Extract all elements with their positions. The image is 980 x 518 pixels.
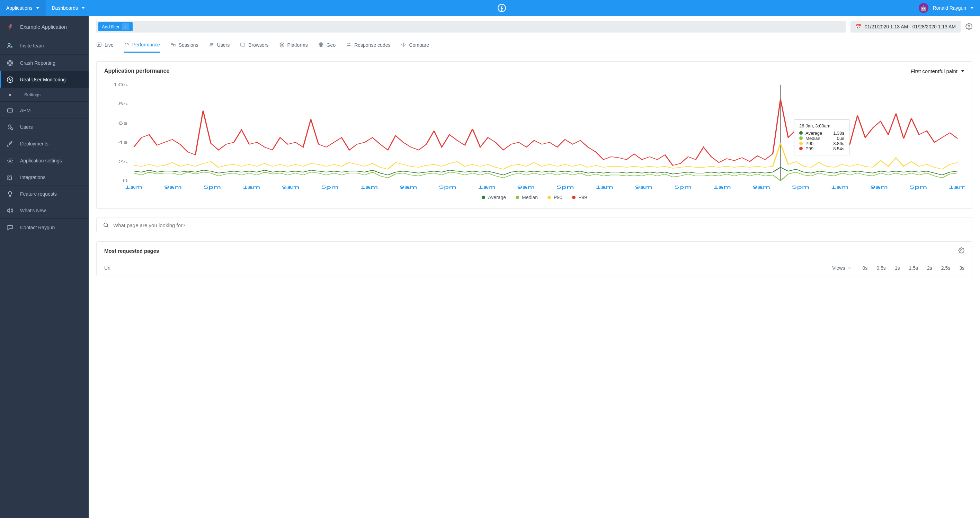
settings-gear-button[interactable] — [966, 23, 972, 31]
sidebar-item-apm[interactable]: APM — [0, 102, 89, 118]
add-filter-button[interactable]: Add filter + — [99, 22, 133, 31]
table-settings-button[interactable] — [958, 247, 964, 254]
page-search-input[interactable] — [113, 222, 966, 228]
svg-point-16 — [212, 43, 213, 44]
tab-label: Sessions — [179, 42, 199, 48]
svg-text:1am: 1am — [713, 185, 731, 190]
top-nav: Applications Dashboards 🤖 Ronald Raygun — [0, 0, 980, 16]
svg-text:9am: 9am — [517, 185, 535, 190]
sidebar-item-real-user-monitoring[interactable]: Real User Monitoring — [0, 71, 89, 87]
caret-down-icon — [961, 70, 964, 72]
sidebar-item-application-settings[interactable]: Application settings — [0, 152, 89, 168]
tab-live[interactable]: Live — [96, 37, 114, 52]
browser-icon — [240, 42, 245, 48]
tab-label: Browsers — [248, 42, 268, 48]
compare-icon — [401, 42, 406, 48]
brand-icon — [91, 3, 913, 13]
main-content: Add filter + 📅 01/21/2020 1:13 AM - 01/2… — [89, 16, 980, 518]
svg-text:5pm: 5pm — [792, 185, 810, 190]
tick-label: 2.5s — [941, 265, 950, 271]
legend-item-p90[interactable]: P90 — [547, 195, 562, 200]
svg-text:1am: 1am — [596, 185, 613, 190]
legend-item-median[interactable]: Median — [515, 195, 538, 200]
filter-bar: Add filter + 📅 01/21/2020 1:13 AM - 01/2… — [89, 16, 980, 37]
svg-point-9 — [11, 127, 13, 129]
swap-icon — [346, 42, 352, 48]
caret-down-icon — [36, 7, 40, 9]
tab-compare[interactable]: Compare — [401, 37, 429, 52]
sidebar-item-label: Real User Monitoring — [20, 77, 66, 83]
target-icon — [6, 60, 14, 67]
svg-point-48 — [104, 223, 108, 227]
sidebar-item-feature-requests[interactable]: Feature requests — [0, 185, 89, 202]
tab-users[interactable]: Users — [209, 37, 230, 52]
sidebar-item-invite-team[interactable]: Invite team — [0, 37, 89, 54]
sidebar-item-crash-reporting[interactable]: Crash Reporting — [0, 54, 89, 71]
sidebar-item-label: Crash Reporting — [20, 60, 56, 66]
pages-table-card: Most requested pages Uri Views 0s0.5s1s1… — [96, 242, 972, 276]
svg-point-5 — [10, 63, 10, 64]
sidebar-item-deployments[interactable]: Deployments — [0, 135, 89, 152]
svg-text:9am: 9am — [399, 185, 417, 190]
page-search[interactable] — [96, 217, 972, 233]
svg-text:1am: 1am — [243, 185, 261, 190]
legend-dot-icon — [572, 195, 576, 199]
nav-dashboards[interactable]: Dashboards — [46, 0, 91, 16]
sidebar-item-contact-raygun[interactable]: Contact Raygun — [0, 219, 89, 235]
tab-response-codes[interactable]: Response codes — [346, 37, 390, 52]
legend-dot-icon — [482, 195, 485, 199]
metric-dropdown[interactable]: First contentful paint — [911, 68, 964, 74]
tick-label: 3s — [959, 265, 964, 271]
user-search-icon — [6, 124, 14, 130]
search-icon — [103, 222, 109, 228]
tabs-row: LivePerformanceSessionsUsersBrowsersPlat… — [89, 37, 980, 53]
filter-slot[interactable]: Add filter + — [96, 21, 846, 33]
tab-sessions[interactable]: Sessions — [170, 37, 199, 52]
tick-label: 1.5s — [908, 265, 918, 271]
timing-ticks: 0s0.5s1s1.5s2s2.5s3s — [862, 265, 964, 271]
svg-text:5pm: 5pm — [203, 185, 221, 190]
tab-geo[interactable]: Geo — [318, 37, 336, 52]
svg-text:1am: 1am — [831, 185, 849, 190]
sidebar-item-settings[interactable]: Settings — [0, 87, 89, 102]
layers-icon — [279, 42, 285, 48]
tooltip-row: Median0µs — [799, 136, 844, 141]
tab-label: Users — [217, 42, 230, 48]
puzzle-icon — [6, 174, 14, 181]
legend-item-p99[interactable]: P99 — [572, 195, 587, 200]
date-range-picker[interactable]: 📅 01/21/2020 1:13 AM - 01/28/2020 1:13 A… — [851, 21, 961, 33]
gauge-icon — [124, 41, 129, 48]
user-name: Ronald Raygun — [932, 5, 966, 11]
sidebar-item-users[interactable]: Users — [0, 118, 89, 135]
tab-platforms[interactable]: Platforms — [279, 37, 308, 52]
legend-item-average[interactable]: Average — [482, 195, 506, 200]
col-uri[interactable]: Uri — [104, 265, 832, 271]
legend-dot-icon — [547, 195, 551, 199]
svg-text:4s: 4s — [118, 140, 128, 145]
caret-down-icon — [81, 7, 85, 9]
globe-icon — [318, 42, 324, 48]
nav-applications[interactable]: Applications — [0, 0, 46, 16]
col-views[interactable]: Views — [832, 265, 852, 271]
users-icon — [209, 42, 214, 48]
svg-rect-13 — [171, 43, 173, 44]
tab-browsers[interactable]: Browsers — [240, 37, 268, 52]
tab-performance[interactable]: Performance — [124, 37, 160, 52]
svg-text:9am: 9am — [164, 185, 182, 190]
user-menu[interactable]: 🤖 Ronald Raygun — [913, 3, 980, 13]
svg-point-10 — [10, 160, 11, 161]
sidebar-item-what-s-new[interactable]: What's New — [0, 202, 89, 218]
svg-text:1am: 1am — [361, 185, 378, 190]
gear-icon — [6, 157, 14, 164]
sidebar-app-header[interactable]: 🦸 Example Application — [0, 16, 89, 37]
sidebar-item-label: Application settings — [20, 158, 62, 164]
sidebar-item-label: What's New — [20, 208, 46, 213]
sidebar-item-integrations[interactable]: Integrations — [0, 168, 89, 185]
tab-label: Geo — [326, 42, 336, 48]
sidebar-item-label: Feature requests — [20, 191, 57, 197]
tab-label: Performance — [132, 42, 160, 48]
svg-rect-17 — [241, 43, 245, 46]
chart-legend: AverageMedianP90P99 — [103, 192, 965, 202]
svg-text:8s: 8s — [118, 102, 128, 106]
chevron-down-icon — [848, 266, 852, 270]
